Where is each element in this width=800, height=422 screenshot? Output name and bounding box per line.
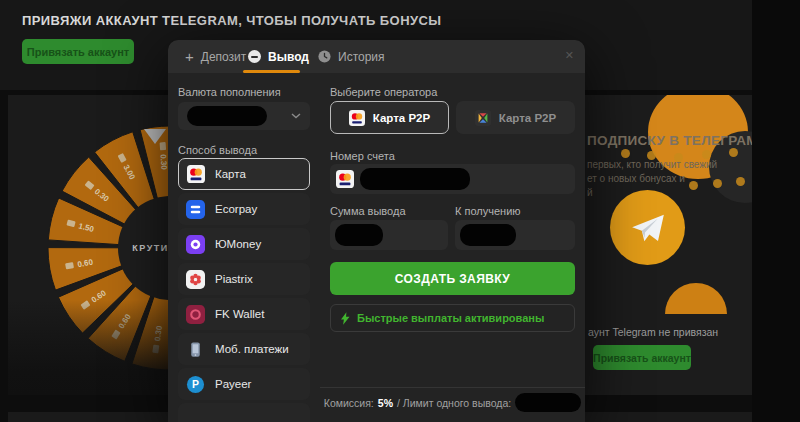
- operator-label: Выберите оператора: [330, 86, 437, 98]
- operator-button-card-p2p-2[interactable]: Карта P2P: [456, 101, 575, 134]
- method-item-piastrix[interactable]: Piastrix: [178, 263, 310, 295]
- app-window: ПРИВЯЖИ АККАУНТ TELEGRAM, ЧТОБЫ ПОЛУЧАТЬ…: [0, 0, 800, 422]
- decor-dot: [689, 181, 698, 190]
- chevron-down-icon: [291, 113, 301, 119]
- sbp-icon: [475, 110, 491, 126]
- decor-dot: [729, 148, 738, 157]
- account-label: Номер счета: [330, 150, 395, 162]
- fast-payout-note: Быстрые выплаты активированы: [330, 304, 575, 332]
- svg-text:P: P: [192, 379, 199, 390]
- redacted-limit-value: [515, 393, 581, 412]
- plus-icon: +: [185, 49, 194, 64]
- telegram-promo-card: ПОДПИСКУ В ТЕЛЕГРАМ первых, кто получит …: [585, 95, 752, 395]
- tab-history[interactable]: История: [318, 40, 385, 73]
- method-item-partial[interactable]: [178, 403, 310, 422]
- tab-withdraw-label: Вывод: [268, 50, 309, 64]
- fee-note: Комиссия: 5% / Лимит одного вывода:: [320, 393, 585, 412]
- spin-button: КРУТИТЬ: [132, 243, 168, 253]
- clock-icon: [318, 50, 331, 63]
- fortune-wheel-panel: 0.303.000.301.500.600.600.600.30КРУТИТЬ: [8, 95, 168, 395]
- right-gutter: [752, 0, 800, 422]
- method-label: Способ вывода: [178, 144, 257, 156]
- tab-deposit[interactable]: + Депозит: [185, 40, 246, 73]
- ecorpay-icon: [186, 200, 205, 219]
- card-icon: [336, 170, 354, 188]
- close-icon[interactable]: ✕: [565, 49, 574, 62]
- operator-button-label: Карта P2P: [373, 112, 430, 124]
- banner-title: ПРИВЯЖИ АККАУНТ TELEGRAM, ЧТОБЫ ПОЛУЧАТЬ…: [22, 13, 441, 28]
- tab-withdraw[interactable]: Вывод: [248, 40, 309, 73]
- payeer-icon: P: [186, 375, 205, 394]
- card-icon: [187, 165, 205, 183]
- method-item-label: Ecorpay: [215, 203, 257, 215]
- footer-divider: [320, 387, 585, 388]
- redacted-amount-value: [335, 224, 383, 246]
- currency-label: Валюта пополнения: [178, 86, 281, 98]
- fast-payout-label: Быстрые выплаты активированы: [357, 312, 544, 324]
- method-item-label: Карта: [215, 168, 246, 180]
- redacted-receive-value: [460, 224, 516, 246]
- telegram-logo-circle: [610, 190, 685, 265]
- tab-history-label: История: [338, 50, 385, 64]
- operator-button-card-p2p-1[interactable]: Карта P2P: [330, 101, 449, 134]
- link-account-button-promo[interactable]: Привязать аккаунт: [593, 345, 691, 370]
- receive-input[interactable]: [455, 220, 575, 250]
- link-account-button-top[interactable]: Привязать аккаунт: [22, 39, 134, 64]
- method-item-mobile[interactable]: Моб. платежи: [178, 333, 310, 365]
- account-input[interactable]: [330, 164, 575, 194]
- mobile-payments-icon: [186, 340, 205, 359]
- decor-dot: [736, 177, 745, 186]
- receive-label: К получению: [455, 205, 521, 217]
- method-item-label: ЮMoney: [215, 238, 261, 250]
- decor-dot: [621, 149, 630, 158]
- amount-label: Сумма вывода: [330, 205, 406, 217]
- fkwallet-icon: [186, 305, 205, 324]
- modal-header: + Депозит Вывод История ✕: [168, 40, 585, 73]
- submit-button[interactable]: СОЗДАТЬ ЗАЯВКУ: [330, 262, 575, 295]
- method-item-payeer[interactable]: P Payeer: [178, 368, 310, 400]
- promo-text-line: ет о новых бонусах и: [587, 173, 685, 184]
- method-item-label: Payeer: [215, 378, 251, 390]
- fee-value: 5%: [378, 397, 393, 409]
- method-item-label: Piastrix: [215, 273, 253, 285]
- wheel-fade-overlay: [8, 300, 168, 395]
- promo-heading: ПОДПИСКУ В ТЕЛЕГРАМ: [587, 133, 752, 148]
- method-item-label: Моб. платежи: [215, 343, 289, 355]
- redacted-account-number: [360, 168, 470, 190]
- promo-text-line: первых, кто получит свежий: [587, 159, 717, 170]
- active-tab-indicator: [243, 70, 300, 73]
- currency-select[interactable]: [178, 102, 310, 130]
- decor-semicircle: [665, 283, 727, 314]
- decor-dot: [702, 150, 711, 159]
- svg-text:0.30: 0.30: [158, 154, 168, 171]
- yoomoney-icon: [186, 235, 205, 254]
- lightning-icon: [341, 312, 350, 325]
- redacted-currency-value: [187, 106, 267, 126]
- tab-deposit-label: Депозит: [201, 50, 247, 64]
- limit-label: / Лимит одного вывода:: [397, 397, 511, 409]
- fee-label: Комиссия:: [324, 397, 374, 409]
- method-item-card[interactable]: Карта: [178, 158, 310, 190]
- telegram-status-text: аунт Telegram не привязан: [588, 326, 718, 338]
- method-item-label: FK Wallet: [215, 308, 264, 320]
- card-icon: [349, 110, 365, 126]
- operator-button-label: Карта P2P: [499, 112, 556, 124]
- method-item-fkwallet[interactable]: FK Wallet: [178, 298, 310, 330]
- amount-input[interactable]: [330, 220, 448, 250]
- method-item-yoomoney[interactable]: ЮMoney: [178, 228, 310, 260]
- telegram-plane-icon: [628, 208, 668, 248]
- minus-icon: [248, 50, 261, 63]
- promo-text-line: й: [587, 187, 593, 198]
- decor-dot: [713, 179, 722, 188]
- withdrawal-modal: + Депозит Вывод История ✕ Валюта пополне…: [168, 40, 585, 422]
- piastrix-icon: [186, 270, 205, 289]
- method-item-ecorpay[interactable]: Ecorpay: [178, 193, 310, 225]
